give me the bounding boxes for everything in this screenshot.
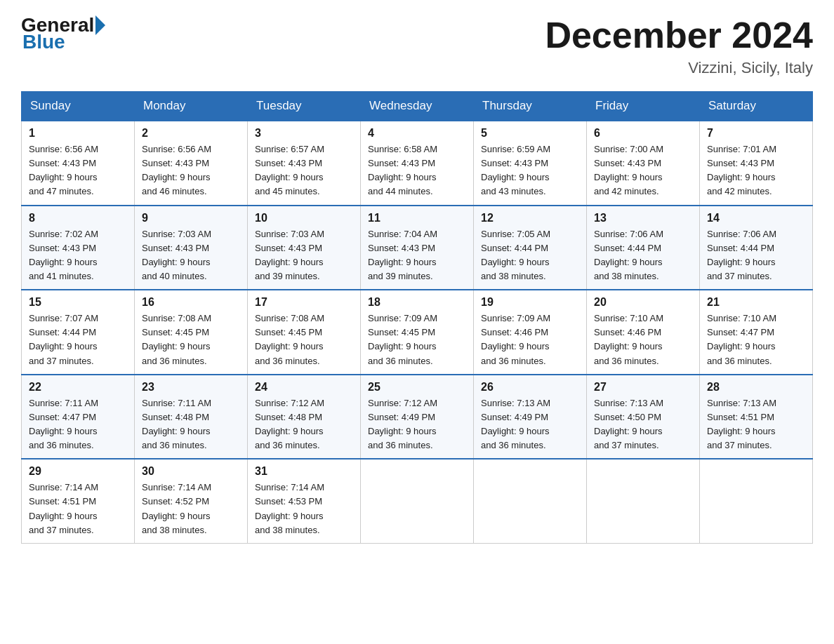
day-info: Sunrise: 7:10 AMSunset: 4:46 PMDaylight:… bbox=[594, 311, 692, 368]
day-number: 22 bbox=[29, 381, 127, 394]
day-cell-3: 3Sunrise: 6:57 AMSunset: 4:43 PMDaylight… bbox=[248, 121, 361, 206]
weekday-header-thursday: Thursday bbox=[474, 92, 587, 121]
weekday-header-monday: Monday bbox=[135, 92, 248, 121]
day-info: Sunrise: 6:57 AMSunset: 4:43 PMDaylight:… bbox=[255, 142, 353, 199]
day-number: 1 bbox=[29, 127, 127, 140]
week-row-3: 15Sunrise: 7:07 AMSunset: 4:44 PMDayligh… bbox=[22, 290, 813, 375]
day-info: Sunrise: 6:59 AMSunset: 4:43 PMDaylight:… bbox=[481, 142, 579, 199]
day-number: 3 bbox=[255, 127, 353, 140]
day-info: Sunrise: 7:14 AMSunset: 4:51 PMDaylight:… bbox=[29, 481, 127, 537]
day-number: 21 bbox=[707, 296, 805, 309]
empty-cell bbox=[700, 459, 813, 543]
day-number: 9 bbox=[142, 212, 240, 224]
day-cell-27: 27Sunrise: 7:13 AMSunset: 4:50 PMDayligh… bbox=[587, 375, 700, 459]
day-cell-1: 1Sunrise: 6:56 AMSunset: 4:43 PMDaylight… bbox=[22, 121, 135, 206]
day-cell-26: 26Sunrise: 7:13 AMSunset: 4:49 PMDayligh… bbox=[474, 375, 587, 459]
day-cell-5: 5Sunrise: 6:59 AMSunset: 4:43 PMDaylight… bbox=[474, 121, 587, 206]
day-cell-9: 9Sunrise: 7:03 AMSunset: 4:43 PMDaylight… bbox=[135, 206, 248, 290]
empty-cell bbox=[474, 459, 587, 543]
day-info: Sunrise: 7:03 AMSunset: 4:43 PMDaylight:… bbox=[255, 227, 353, 284]
day-number: 4 bbox=[368, 127, 466, 140]
day-number: 19 bbox=[481, 296, 579, 309]
weekday-header-row: SundayMondayTuesdayWednesdayThursdayFrid… bbox=[22, 92, 813, 121]
day-number: 30 bbox=[142, 465, 240, 478]
day-info: Sunrise: 7:06 AMSunset: 4:44 PMDaylight:… bbox=[594, 227, 692, 284]
day-cell-17: 17Sunrise: 7:08 AMSunset: 4:45 PMDayligh… bbox=[248, 290, 361, 375]
day-number: 7 bbox=[707, 127, 805, 140]
empty-cell bbox=[361, 459, 474, 543]
day-cell-20: 20Sunrise: 7:10 AMSunset: 4:46 PMDayligh… bbox=[587, 290, 700, 375]
day-cell-21: 21Sunrise: 7:10 AMSunset: 4:47 PMDayligh… bbox=[700, 290, 813, 375]
day-number: 14 bbox=[707, 212, 805, 224]
day-cell-24: 24Sunrise: 7:12 AMSunset: 4:48 PMDayligh… bbox=[248, 375, 361, 459]
day-number: 15 bbox=[29, 296, 127, 309]
day-info: Sunrise: 7:13 AMSunset: 4:51 PMDaylight:… bbox=[707, 396, 805, 453]
weekday-header-friday: Friday bbox=[587, 92, 700, 121]
weekday-header-saturday: Saturday bbox=[700, 92, 813, 121]
day-info: Sunrise: 6:56 AMSunset: 4:43 PMDaylight:… bbox=[29, 142, 127, 199]
day-info: Sunrise: 7:08 AMSunset: 4:45 PMDaylight:… bbox=[255, 311, 353, 368]
day-number: 26 bbox=[481, 381, 579, 394]
day-number: 31 bbox=[255, 465, 353, 478]
day-info: Sunrise: 7:14 AMSunset: 4:52 PMDaylight:… bbox=[142, 481, 240, 537]
day-cell-13: 13Sunrise: 7:06 AMSunset: 4:44 PMDayligh… bbox=[587, 206, 700, 290]
day-info: Sunrise: 7:13 AMSunset: 4:50 PMDaylight:… bbox=[594, 396, 692, 453]
day-number: 2 bbox=[142, 127, 240, 140]
day-cell-10: 10Sunrise: 7:03 AMSunset: 4:43 PMDayligh… bbox=[248, 206, 361, 290]
day-cell-25: 25Sunrise: 7:12 AMSunset: 4:49 PMDayligh… bbox=[361, 375, 474, 459]
day-number: 23 bbox=[142, 381, 240, 394]
day-info: Sunrise: 7:12 AMSunset: 4:49 PMDaylight:… bbox=[368, 396, 466, 453]
day-cell-15: 15Sunrise: 7:07 AMSunset: 4:44 PMDayligh… bbox=[22, 290, 135, 375]
day-cell-16: 16Sunrise: 7:08 AMSunset: 4:45 PMDayligh… bbox=[135, 290, 248, 375]
day-cell-29: 29Sunrise: 7:14 AMSunset: 4:51 PMDayligh… bbox=[22, 459, 135, 543]
logo: General Blue bbox=[21, 14, 107, 53]
day-number: 12 bbox=[481, 212, 579, 224]
day-number: 28 bbox=[707, 381, 805, 394]
day-cell-2: 2Sunrise: 6:56 AMSunset: 4:43 PMDaylight… bbox=[135, 121, 248, 206]
day-info: Sunrise: 7:06 AMSunset: 4:44 PMDaylight:… bbox=[707, 227, 805, 284]
weekday-header-sunday: Sunday bbox=[22, 92, 135, 121]
week-row-4: 22Sunrise: 7:11 AMSunset: 4:47 PMDayligh… bbox=[22, 375, 813, 459]
day-cell-8: 8Sunrise: 7:02 AMSunset: 4:43 PMDaylight… bbox=[22, 206, 135, 290]
day-cell-11: 11Sunrise: 7:04 AMSunset: 4:43 PMDayligh… bbox=[361, 206, 474, 290]
calendar-table: SundayMondayTuesdayWednesdayThursdayFrid… bbox=[21, 91, 813, 544]
day-number: 17 bbox=[255, 296, 353, 309]
day-number: 11 bbox=[368, 212, 466, 224]
day-number: 6 bbox=[594, 127, 692, 140]
empty-cell bbox=[587, 459, 700, 543]
day-cell-30: 30Sunrise: 7:14 AMSunset: 4:52 PMDayligh… bbox=[135, 459, 248, 543]
day-cell-7: 7Sunrise: 7:01 AMSunset: 4:43 PMDaylight… bbox=[700, 121, 813, 206]
day-number: 18 bbox=[368, 296, 466, 309]
day-info: Sunrise: 7:01 AMSunset: 4:43 PMDaylight:… bbox=[707, 142, 805, 199]
day-cell-4: 4Sunrise: 6:58 AMSunset: 4:43 PMDaylight… bbox=[361, 121, 474, 206]
day-info: Sunrise: 7:13 AMSunset: 4:49 PMDaylight:… bbox=[481, 396, 579, 453]
logo-blue: Blue bbox=[22, 31, 65, 53]
day-info: Sunrise: 7:10 AMSunset: 4:47 PMDaylight:… bbox=[707, 311, 805, 368]
week-row-5: 29Sunrise: 7:14 AMSunset: 4:51 PMDayligh… bbox=[22, 459, 813, 543]
day-number: 25 bbox=[368, 381, 466, 394]
page-header: General Blue December 2024 Vizzini, Sici… bbox=[21, 14, 813, 77]
day-info: Sunrise: 6:56 AMSunset: 4:43 PMDaylight:… bbox=[142, 142, 240, 199]
day-cell-23: 23Sunrise: 7:11 AMSunset: 4:48 PMDayligh… bbox=[135, 375, 248, 459]
day-info: Sunrise: 7:14 AMSunset: 4:53 PMDaylight:… bbox=[255, 481, 353, 537]
day-number: 8 bbox=[29, 212, 127, 224]
weekday-header-wednesday: Wednesday bbox=[361, 92, 474, 121]
day-number: 27 bbox=[594, 381, 692, 394]
weekday-header-tuesday: Tuesday bbox=[248, 92, 361, 121]
day-cell-19: 19Sunrise: 7:09 AMSunset: 4:46 PMDayligh… bbox=[474, 290, 587, 375]
month-title: December 2024 bbox=[545, 14, 813, 56]
day-number: 24 bbox=[255, 381, 353, 394]
title-section: December 2024 Vizzini, Sicily, Italy bbox=[545, 14, 813, 77]
day-cell-22: 22Sunrise: 7:11 AMSunset: 4:47 PMDayligh… bbox=[22, 375, 135, 459]
day-info: Sunrise: 7:02 AMSunset: 4:43 PMDaylight:… bbox=[29, 227, 127, 284]
logo-arrow-icon bbox=[95, 15, 105, 35]
day-info: Sunrise: 7:03 AMSunset: 4:43 PMDaylight:… bbox=[142, 227, 240, 284]
day-number: 5 bbox=[481, 127, 579, 140]
day-info: Sunrise: 7:04 AMSunset: 4:43 PMDaylight:… bbox=[368, 227, 466, 284]
day-number: 20 bbox=[594, 296, 692, 309]
day-info: Sunrise: 7:11 AMSunset: 4:47 PMDaylight:… bbox=[29, 396, 127, 453]
day-number: 13 bbox=[594, 212, 692, 224]
day-cell-14: 14Sunrise: 7:06 AMSunset: 4:44 PMDayligh… bbox=[700, 206, 813, 290]
day-info: Sunrise: 7:08 AMSunset: 4:45 PMDaylight:… bbox=[142, 311, 240, 368]
day-number: 10 bbox=[255, 212, 353, 224]
